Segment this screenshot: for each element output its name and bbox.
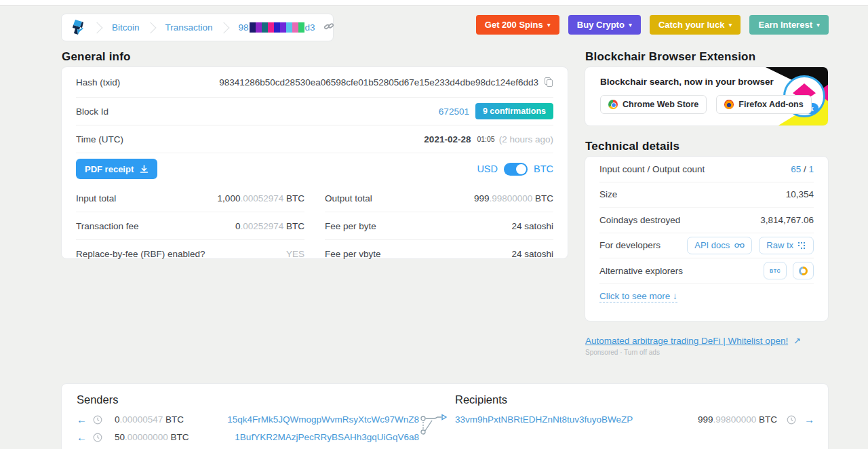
get-spins-label: Get 200 Spins [485,20,543,30]
glasses-icon [734,242,745,248]
chrome-web-store-button[interactable]: Chrome Web Store [600,95,707,114]
general-info-right-column: Output total 999.99800000 BTC Fee per by… [325,184,553,268]
senders-title: Senders [77,393,118,406]
size-label: Size [599,189,617,199]
breadcrumb: Bitcoin Transaction 98d3 [61,14,334,41]
io-count-value: 65 / 1 [791,164,814,174]
confirmations-badge: 9 confirmations [475,103,553,119]
output-total-value: 999.99800000 BTC [474,193,553,203]
currency-toggle[interactable] [504,163,528,176]
sender-address-link[interactable]: 15qk4FrMk5JQWmogpWvmRsyXtcWc97WnZ8 [227,414,419,425]
breadcrumb-transaction[interactable]: Transaction [165,22,213,33]
blockchair-logo-icon [71,19,86,37]
link-icon[interactable] [323,21,334,34]
output-total-label: Output total [325,193,372,203]
currency-usd-label: USD [477,163,498,174]
btc-explorer-button[interactable]: BTC [764,262,787,279]
io-count-label: Input count / Output count [599,164,705,174]
time-date: 2021-02-28 [424,134,471,144]
blockchair-logo[interactable] [71,19,86,37]
blockchain-explorer-button[interactable] [793,262,814,279]
caret-down-icon: ▾ [728,21,732,28]
input-count-link[interactable]: 65 [791,164,801,174]
chevron-separator-icon [218,22,229,33]
general-info-title: General info [62,50,131,64]
transaction-graph-icon[interactable] [420,412,448,439]
extension-tagline: Blockchair search, now in your browser [600,77,828,87]
caret-down-icon: ▾ [547,21,551,28]
firefox-icon [724,100,734,109]
clock-icon[interactable] [787,415,796,425]
breadcrumb-bitcoin[interactable]: Bitcoin [112,22,140,33]
get-spins-button[interactable]: Get 200 Spins ▾ [476,15,559,35]
incoming-arrow-icon[interactable]: ← [77,414,89,425]
caret-down-icon: ▾ [629,21,632,28]
coindays-label: Coindays destroyed [599,215,680,225]
copy-icon[interactable] [545,77,553,87]
recipient-row: 33vm9hPxtNBRtEDHZnNt8tuv3fuyoBWeZP 999.9… [455,414,814,425]
rbf-label: Replace-by-fee (RBF) enabled? [76,249,205,259]
coindays-value: 3,814,767.06 [760,215,814,225]
clock-icon[interactable] [93,433,102,442]
catch-luck-button[interactable]: Catch your luck ▾ [650,15,741,35]
pdf-receipt-label: PDF receipt [85,164,134,174]
chrome-icon [608,100,618,109]
output-count-link[interactable]: 1 [808,164,814,174]
transaction-fee-label: Transaction fee [76,221,139,231]
general-info-left-column: Input total 1,000.00052974 BTC Transacti… [76,184,304,268]
buy-crypto-label: Buy Crypto [577,20,625,30]
sender-row: ← 50.00000000 BTC 1BufYKR2MAzjPecRRyBSAH… [77,431,419,443]
chevron-separator-icon [144,22,156,33]
sender-address-link[interactable]: 1BufYKR2MAzjPecRRyBSAHh3gqUiGqV6a8 [235,432,419,442]
hash-value: 98341286b50cd28530ea06598cfe01b52805d67e… [219,77,538,87]
caret-down-icon: ▾ [816,21,820,28]
technical-details-title: Technical details [585,140,679,153]
time-clock: 01:05 [477,135,494,143]
api-docs-label: API docs [694,240,730,250]
sponsored-block: Automated arbitrage trading DeFi | White… [585,336,829,356]
chrome-web-store-label: Chrome Web Store [623,100,698,109]
recipient-amount: 999.99800000 BTC [698,414,777,425]
see-more-link[interactable]: Click to see more ↓ [599,291,677,302]
recipients-title: Recipients [455,393,507,406]
for-developers-label: For developers [599,240,660,250]
alt-explorers-label: Alternative explorers [599,266,683,276]
sponsored-label: Sponsored · [585,349,624,356]
sender-row: ← 0.00000547 BTC 15qk4FrMk5JQWmogpWvmRsy… [77,414,419,425]
block-id-label: Block Id [76,106,108,117]
extension-card: 23,6k Blockchair search, now in your bro… [585,66,829,126]
sender-amount: 50.00000000 BTC [115,432,189,442]
earn-interest-button[interactable]: Earn Interest ▾ [749,15,829,35]
catch-luck-label: Catch your luck [658,20,725,30]
rbf-value: YES [286,249,304,259]
firefox-addons-button[interactable]: Firefox Add-ons [716,95,811,114]
download-icon [140,165,149,174]
extension-title: Blockchair Browser Extension [585,50,755,64]
transfers-card: Senders Recipients ← 0.00000547 BTC 15qk… [61,383,829,449]
time-ago: (2 hours ago) [499,134,553,144]
input-total-value: 1,000.00052974 BTC [218,193,304,203]
firefox-addons-label: Firefox Add-ons [738,100,803,109]
recipient-address-link[interactable]: 33vm9hPxtNBRtEDHZnNt8tuv3fuyoBWeZP [455,414,633,425]
buy-crypto-button[interactable]: Buy Crypto ▾ [568,15,641,35]
blockchain-explorer-icon [799,267,808,275]
fee-per-vbyte-value: 24 satoshi [511,249,553,259]
fee-per-vbyte-label: Fee per vbyte [325,249,381,259]
technical-details-card: Input count / Output count 65 / 1 Size 1… [585,156,829,321]
block-id-link[interactable]: 672501 [439,106,469,117]
outgoing-arrow-icon[interactable]: → [804,414,814,425]
turn-off-ads-link[interactable]: Turn off ads [624,349,660,356]
breadcrumb-hash[interactable]: 98d3 [239,22,315,33]
raw-tx-label: Raw tx [766,240,793,250]
api-docs-button[interactable]: API docs [687,237,752,254]
clock-icon[interactable] [93,415,102,425]
transaction-fee-value: 0.00252974 BTC [235,221,304,231]
time-label: Time (UTC) [76,134,123,144]
pdf-receipt-button[interactable]: PDF receipt [76,159,157,179]
fee-per-byte-label: Fee per byte [325,221,376,231]
incoming-arrow-icon[interactable]: ← [77,431,89,443]
raw-tx-button[interactable]: Raw tx [759,237,814,254]
sponsored-link[interactable]: Automated arbitrage trading DeFi | White… [585,336,788,346]
hash-label: Hash (txid) [76,77,120,87]
currency-btc-label: BTC [534,163,553,174]
